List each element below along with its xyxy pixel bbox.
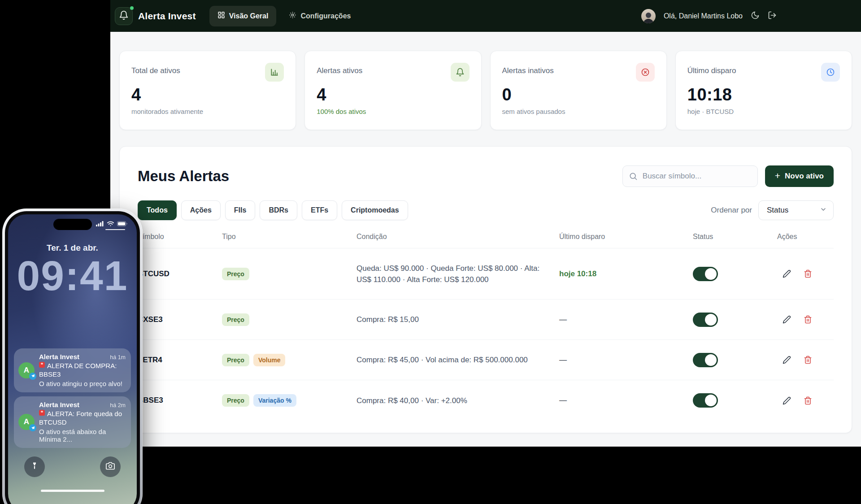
- lockscreen-date: Ter. 1 de abr.: [8, 243, 137, 253]
- stat-card-alertas-inativos: Alertas inativos 0 sem ativos pausados: [490, 51, 667, 130]
- delete-button[interactable]: [804, 396, 812, 405]
- edit-button[interactable]: [783, 396, 791, 405]
- status-toggle[interactable]: [693, 267, 718, 281]
- stat-value: 4: [317, 85, 469, 104]
- stat-sub: sem ativos pausados: [502, 108, 655, 115]
- col-acoes: Ações: [777, 233, 834, 241]
- stat-label: Alertas ativos: [317, 63, 362, 75]
- asset-symbol: BTCUSD: [138, 269, 222, 278]
- table-row: BBSE3 Preço Variação % Compra: R$ 40,00 …: [138, 380, 834, 421]
- stat-sub: hoje · BTCUSD: [687, 108, 840, 115]
- tab-visao-geral[interactable]: Visão Geral: [209, 6, 277, 26]
- stat-label: Último disparo: [687, 63, 736, 75]
- brand-title: Alerta Invest: [138, 11, 196, 22]
- circle-x-icon: [636, 63, 655, 82]
- moon-icon: [751, 11, 760, 22]
- grid-icon: [217, 11, 225, 21]
- home-indicator[interactable]: [41, 490, 104, 492]
- type-badge-preco: Preço: [222, 354, 249, 366]
- notification[interactable]: A Alerta Invest há 2m 🚨ALERTA: Forte que…: [14, 396, 131, 448]
- siren-emoji: 🚨: [39, 362, 45, 368]
- delete-button[interactable]: [804, 269, 812, 278]
- avatar-letter: A: [24, 366, 29, 375]
- notification-app: Alerta Invest: [39, 401, 79, 408]
- filter-pills: Todos Ações FIIs BDRs ETFs Criptomoedas: [138, 200, 408, 220]
- lockscreen-clock: 09:41: [8, 252, 137, 300]
- new-asset-button[interactable]: + Novo ativo: [765, 165, 834, 187]
- col-condicao: Condição: [357, 233, 559, 241]
- alert-condition: Compra: R$ 15,00: [357, 314, 559, 325]
- edit-button[interactable]: [783, 356, 791, 364]
- sort-value: Status: [767, 206, 788, 215]
- tab-label: Visão Geral: [229, 12, 269, 20]
- edit-button[interactable]: [783, 269, 791, 278]
- notification[interactable]: A Alerta Invest há 1m 🚨ALERTA DE COMPRA:…: [14, 348, 131, 392]
- search-input[interactable]: [622, 165, 758, 187]
- status-underline: [105, 229, 125, 230]
- tab-configuracoes[interactable]: Configurações: [283, 6, 357, 26]
- battery-icon: [117, 220, 128, 228]
- sort-select[interactable]: Status: [758, 200, 834, 220]
- table-row: PETR4 Preço Volume Compra: R$ 45,00 · Vo…: [138, 340, 834, 380]
- stat-sub: monitorados ativamente: [131, 108, 284, 115]
- logout-button[interactable]: [768, 11, 777, 22]
- edit-button[interactable]: [783, 315, 791, 324]
- filter-acoes[interactable]: Ações: [181, 200, 221, 220]
- notification-app: Alerta Invest: [39, 353, 79, 361]
- type-badge-preco: Preço: [222, 394, 249, 407]
- delete-button[interactable]: [804, 356, 812, 364]
- logout-icon: [768, 11, 777, 22]
- navbar-right: Olá, Daniel Martins Lobo: [641, 0, 777, 32]
- stat-card-ultimo-disparo: Último disparo 10:18 hoje · BTCUSD: [675, 51, 852, 130]
- notification-dot: [130, 6, 134, 10]
- stat-value: 0: [502, 85, 655, 104]
- chevron-down-icon: [820, 206, 827, 215]
- stat-card-alertas-ativos: Alertas ativos 4 100% dos ativos: [304, 51, 481, 130]
- notification-title: ALERTA DE COMPRA: BBSE3: [39, 362, 117, 378]
- notification-time: há 1m: [110, 354, 126, 361]
- stat-card-total-ativos: Total de ativos 4 monitorados ativamente: [119, 51, 296, 130]
- filter-fiis[interactable]: FIIs: [225, 200, 256, 220]
- clock-icon: [821, 63, 840, 82]
- asset-symbol: PETR4: [138, 356, 222, 365]
- filter-etfs[interactable]: ETFs: [302, 200, 337, 220]
- col-ultimo-disparo: Último disparo: [559, 233, 693, 241]
- telegram-icon: [29, 373, 36, 380]
- camera-button[interactable]: [100, 456, 121, 477]
- status-toggle[interactable]: [693, 393, 718, 408]
- last-trigger: —: [559, 356, 693, 365]
- flashlight-button[interactable]: [24, 456, 45, 477]
- type-badge-preco: Preço: [222, 268, 249, 280]
- toggle-knob: [705, 314, 717, 326]
- last-trigger: hoje 10:18: [559, 269, 693, 278]
- table-header: Símbolo Tipo Condição Último disparo Sta…: [138, 233, 834, 248]
- dark-mode-toggle-button[interactable]: [751, 11, 760, 22]
- alerts-section: Meus Alertas + Novo ativo Todos Ações FI…: [119, 146, 852, 433]
- filter-todos[interactable]: Todos: [138, 200, 177, 220]
- section-title: Meus Alertas: [138, 168, 229, 185]
- status-toggle[interactable]: [693, 313, 718, 327]
- user-avatar[interactable]: [641, 9, 656, 23]
- col-simbolo: Símbolo: [138, 233, 222, 241]
- stat-value: 4: [131, 85, 284, 104]
- toggle-knob: [705, 354, 717, 366]
- delete-button[interactable]: [804, 315, 812, 324]
- type-badge-preco: Preço: [222, 313, 249, 326]
- stat-value: 10:18: [687, 85, 840, 104]
- app-window: Alerta Invest Visão Geral Configurações …: [110, 0, 861, 447]
- filter-criptomoedas[interactable]: Criptomoedas: [342, 200, 408, 220]
- table-row: CXSE3 Preço Compra: R$ 15,00 —: [138, 300, 834, 340]
- phone-mockup: Ter. 1 de abr. 09:41 A Alerta Invest há …: [2, 209, 143, 504]
- new-asset-label: Novo ativo: [785, 172, 824, 181]
- stats-row: Total de ativos 4 monitorados ativamente…: [110, 32, 861, 130]
- tab-label: Configurações: [300, 12, 351, 20]
- status-toggle[interactable]: [693, 353, 718, 367]
- last-trigger: —: [559, 396, 693, 405]
- alert-condition: Queda: US$ 90.000 · Queda Forte: US$ 80.…: [357, 263, 559, 285]
- avatar-letter: A: [24, 417, 29, 426]
- plus-icon: +: [775, 170, 780, 181]
- filter-bdrs[interactable]: BDRs: [260, 200, 297, 220]
- toggle-knob: [705, 268, 717, 280]
- stat-label: Total de ativos: [131, 63, 180, 75]
- notification-stack: A Alerta Invest há 1m 🚨ALERTA DE COMPRA:…: [14, 348, 131, 448]
